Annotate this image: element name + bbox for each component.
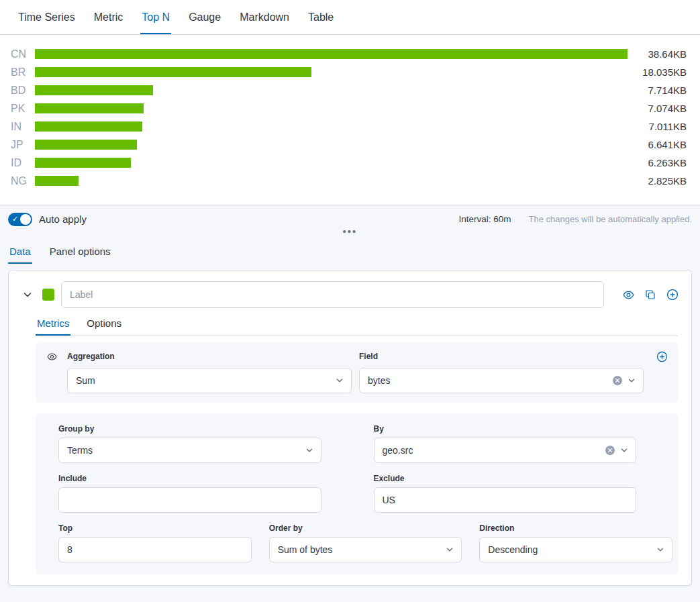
bar-value-label: 7.714KB: [628, 85, 687, 96]
aggregation-block: Aggregation Field Sum bytes: [36, 343, 678, 403]
chevron-down-icon: [627, 376, 636, 385]
bar-value-label: 7.074KB: [628, 103, 687, 114]
order-by-field: Order by Sum of bytes: [269, 523, 462, 562]
top-label: Top: [58, 523, 252, 533]
bar: [35, 49, 628, 59]
include-label: Include: [58, 474, 321, 483]
bar: [35, 103, 144, 113]
order-by-label: Order by: [269, 523, 462, 533]
tab-metrics[interactable]: Metrics: [36, 317, 70, 336]
bar-track: [35, 121, 628, 132]
by-label: By: [374, 424, 637, 434]
series-label-input[interactable]: [61, 281, 604, 308]
series-actions: [620, 287, 681, 303]
chevron-down-icon: [335, 376, 344, 385]
aggregation-select[interactable]: Sum: [67, 368, 352, 393]
copy-icon[interactable]: [642, 287, 658, 303]
include-field: Include: [58, 474, 321, 513]
bar-value-label: 6.263KB: [628, 157, 687, 168]
by-select[interactable]: geo.src: [374, 438, 637, 463]
bar-value-label: 7.011KB: [628, 121, 687, 132]
resize-handle[interactable]: •••: [0, 227, 700, 239]
bar: [35, 140, 137, 150]
aggregation-label: Aggregation: [67, 352, 352, 361]
exclude-field: Exclude: [374, 474, 637, 513]
chart-row: JP6.641KB: [11, 136, 687, 154]
bar-track: [35, 176, 628, 186]
series-tabs: MetricsOptions: [36, 317, 678, 336]
group-by-label: Group by: [58, 424, 321, 434]
by-field: By geo.src: [374, 424, 637, 463]
bar-category-label: BD: [11, 85, 34, 97]
series-header: [19, 281, 681, 308]
chart-row: IN7.011KB: [11, 117, 687, 136]
clear-icon[interactable]: [612, 375, 623, 386]
bar: [35, 158, 131, 168]
tab-time-series[interactable]: Time Series: [17, 0, 77, 34]
chevron-down-icon: [619, 446, 629, 455]
editor-panel: ✓ Auto apply Interval: 60m The changes w…: [0, 205, 700, 602]
group-by-select-value: Terms: [67, 445, 301, 456]
series-visibility-eye-icon[interactable]: [45, 350, 58, 363]
add-series-plus-circle-icon[interactable]: [664, 287, 681, 303]
editor-toolbar: ✓ Auto apply Interval: 60m The changes w…: [0, 205, 700, 227]
tab-metric[interactable]: Metric: [93, 0, 125, 34]
collapse-chevron-icon[interactable]: [19, 287, 36, 303]
include-input[interactable]: [58, 487, 321, 513]
chart-row: NG2.825KB: [11, 172, 687, 190]
group-by-field: Group by Terms: [58, 424, 321, 463]
aggregation-select-value: Sum: [76, 375, 331, 386]
exclude-input[interactable]: [374, 487, 637, 513]
order-by-select[interactable]: Sum of bytes: [269, 537, 462, 562]
tab-top-n[interactable]: Top N: [140, 0, 171, 34]
add-metric-plus-circle-icon[interactable]: [655, 350, 668, 363]
bar-category-label: BR: [11, 66, 34, 79]
interval-label: Interval: 60m: [458, 214, 511, 224]
tab-gauge[interactable]: Gauge: [187, 0, 222, 34]
chevron-down-icon: [445, 545, 454, 554]
bar-track: [35, 158, 628, 168]
bar: [35, 67, 311, 77]
clear-icon[interactable]: [605, 445, 615, 456]
bar-value-label: 2.825KB: [628, 175, 687, 187]
series-color-swatch[interactable]: [42, 289, 54, 301]
eye-icon[interactable]: [620, 287, 636, 303]
group-by-block: Group by Terms By geo.src: [36, 413, 678, 574]
field-select-value: bytes: [368, 375, 608, 386]
field-select[interactable]: bytes: [359, 368, 644, 393]
field-label: Field: [359, 352, 644, 361]
bar-track: [35, 49, 628, 59]
order-by-select-value: Sum of bytes: [278, 544, 442, 555]
direction-field: Direction Descending: [479, 523, 672, 562]
group-by-select[interactable]: Terms: [58, 438, 321, 463]
bar-value-label: 38.64KB: [628, 48, 687, 60]
tab-panel-options[interactable]: Panel options: [48, 240, 112, 264]
chart-row: BD7.714KB: [11, 81, 687, 99]
direction-select[interactable]: Descending: [479, 537, 672, 562]
tab-data[interactable]: Data: [8, 240, 32, 264]
toggle-thumb: [20, 214, 31, 225]
topn-chart: CN38.64KBBR18.035KBBD7.714KBPK7.074KBIN7…: [0, 35, 700, 205]
tab-options[interactable]: Options: [85, 317, 123, 336]
chart-row: BR18.035KB: [11, 63, 687, 81]
bar-value-label: 6.641KB: [628, 139, 687, 150]
bar-category-label: CN: [11, 48, 34, 60]
auto-apply-toggle[interactable]: ✓: [8, 213, 32, 226]
bar-category-label: JP: [11, 139, 34, 151]
bar-category-label: NG: [11, 175, 34, 187]
bar-track: [35, 85, 628, 95]
bar-track: [35, 103, 628, 113]
top-input[interactable]: [58, 537, 252, 562]
check-icon: ✓: [12, 215, 18, 223]
bar-category-label: ID: [11, 157, 34, 169]
bar: [35, 85, 153, 95]
editor-tabs: DataPanel options: [0, 240, 700, 264]
bar-category-label: PK: [11, 103, 34, 115]
series-editor-card: MetricsOptions Aggregation Field Sum: [8, 270, 692, 586]
tab-markdown[interactable]: Markdown: [238, 0, 291, 34]
bar: [35, 121, 142, 132]
series-body: Aggregation Field Sum bytes: [36, 343, 678, 574]
by-select-value: geo.src: [383, 445, 601, 456]
tab-table[interactable]: Table: [307, 0, 335, 34]
auto-apply-label: Auto apply: [39, 213, 87, 225]
